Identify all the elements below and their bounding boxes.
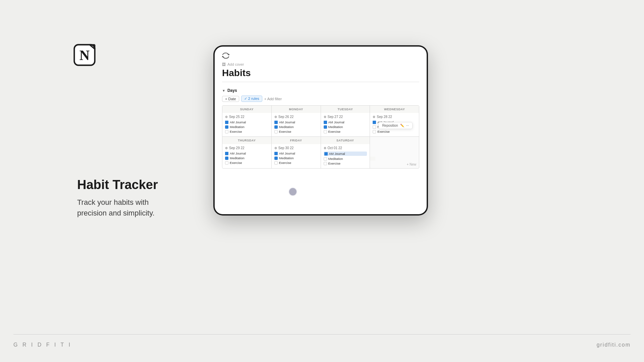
more-icon: ···	[406, 124, 409, 127]
journal-icon	[274, 152, 278, 155]
add-filter-button[interactable]: + Add filter	[264, 97, 282, 101]
check-icon-empty	[324, 162, 327, 165]
day-col-friday: FRIDAY ⚙ Sep 30 22 AM Journal	[272, 137, 321, 168]
add-cover-label[interactable]: Add cover	[227, 62, 244, 66]
gear-icon: ⚙	[373, 115, 375, 119]
device-frame: 🖼 Add cover Habits ▼ Days + Date ✓ 2 rul…	[213, 45, 428, 216]
habit-exercise-wed: Exercise	[373, 130, 416, 133]
gear-icon: ⚙	[324, 115, 326, 119]
cursor-indicator	[288, 187, 297, 196]
device-screen: 🖼 Add cover Habits ▼ Days + Date ✓ 2 rul…	[215, 47, 427, 214]
left-text-section: Habit Tracker Track your habits with pre…	[77, 178, 158, 218]
brand-right: gridfiti.com	[597, 342, 631, 348]
bottom-divider	[13, 334, 631, 335]
day-col-saturday: SATURDAY ⚙ Oct 01 22 AM Journal	[321, 137, 370, 168]
notion-logo: N	[73, 44, 96, 66]
check-icon-empty	[373, 130, 376, 133]
day-content-friday: ⚙ Sep 30 22 AM Journal Meditation	[272, 144, 321, 168]
plus-new-button[interactable]: + New	[370, 161, 419, 168]
habit-journal-sun: AM Journal	[225, 120, 269, 124]
gear-icon: ⚙	[274, 115, 277, 119]
svg-text:N: N	[79, 47, 90, 63]
check-icon-empty	[274, 161, 278, 165]
habit-exercise-mon: Exercise	[274, 130, 318, 133]
habit-exercise-thu: Exercise	[225, 161, 269, 165]
reposition-popup: Reposition ✏️ ···	[378, 122, 413, 129]
check-icon-empty	[274, 130, 278, 133]
calendar-grid: SUNDAY ⚙ Sep 25 22 AM Journal	[222, 105, 419, 169]
day-header-friday: FRIDAY	[272, 137, 321, 144]
journal-icon	[373, 121, 376, 124]
gear-icon: ⚙	[225, 115, 228, 119]
habit-exercise-fri: Exercise	[274, 161, 318, 165]
journal-icon	[324, 121, 327, 124]
gear-icon: ⚙	[324, 146, 326, 150]
habit-exercise-sun: Exercise	[225, 130, 269, 133]
day-header-wednesday: WEDNESDAY	[370, 106, 419, 113]
day-date-friday: ⚙ Sep 30 22	[274, 146, 318, 150]
habit-exercise-tue: Exercise	[324, 130, 367, 133]
gear-icon: ⚙	[225, 146, 228, 150]
image-icon: 🖼	[222, 62, 226, 66]
day-date-thursday: ⚙ Sep 29 22	[225, 146, 269, 150]
check-icon-blue	[225, 157, 228, 160]
check-icon-empty	[225, 130, 228, 133]
date-filter-button[interactable]: + Date	[222, 96, 239, 102]
check-icon-empty	[373, 125, 376, 129]
habit-meditation-sat: Meditation	[324, 157, 367, 161]
gear-icon: ⚙	[274, 146, 277, 150]
habit-journal-mon: AM Journal	[274, 120, 318, 124]
day-col-thursday: THURSDAY ⚙ Sep 29 22 AM Journal	[222, 137, 271, 168]
sync-icon	[222, 53, 419, 60]
habit-journal-fri: AM Journal	[274, 152, 318, 155]
habit-journal-sat: AM Journal	[324, 152, 367, 156]
filter-bar: + Date ✓ 2 rules + Add filter	[222, 96, 419, 102]
day-content-monday: ⚙ Sep 26 22 AM Journal Meditation	[272, 113, 321, 136]
day-header-sunday: SUNDAY	[222, 106, 271, 113]
day-col-new: + New	[370, 137, 419, 168]
reposition-label: Reposition	[382, 124, 398, 127]
header-divider	[222, 82, 419, 82]
journal-icon	[274, 121, 278, 124]
day-date-saturday: ⚙ Oct 01 22	[324, 146, 367, 150]
habit-exercise-sat: Exercise	[324, 162, 367, 165]
days-section-header: ▼ Days	[222, 88, 419, 93]
habit-meditation-fri: Meditation	[274, 156, 318, 160]
day-header-tuesday: TUESDAY	[321, 106, 370, 113]
day-header-thursday: THURSDAY	[222, 137, 271, 144]
journal-icon	[225, 152, 228, 155]
day-header-saturday: SATURDAY	[321, 137, 370, 144]
edit-icon: ✏️	[400, 124, 404, 127]
add-cover-row[interactable]: 🖼 Add cover	[222, 62, 419, 66]
brand-left: G R I D F I T I	[13, 342, 72, 348]
day-col-sunday: SUNDAY ⚙ Sep 25 22 AM Journal	[222, 106, 271, 136]
day-content-saturday: ⚙ Oct 01 22 AM Journal Meditation	[321, 144, 370, 168]
section-label: Days	[227, 88, 237, 93]
day-content-tuesday: ⚙ Sep 27 22 AM Journal Meditation	[321, 113, 370, 136]
day-col-monday: MONDAY ⚙ Sep 26 22 AM Journal	[272, 106, 321, 136]
rules-filter-button[interactable]: ✓ 2 rules	[241, 96, 262, 102]
check-icon-blue	[324, 125, 327, 129]
habit-tracker-title: Habit Tracker	[77, 178, 158, 192]
day-col-tuesday: TUESDAY ⚙ Sep 27 22 AM Journal	[321, 106, 370, 136]
journal-icon	[225, 121, 228, 124]
day-date-wednesday: ⚙ Sep 28 22	[373, 115, 416, 119]
check-icon-empty	[324, 130, 327, 133]
day-header-monday: MONDAY	[272, 106, 321, 113]
check-icon-empty	[225, 161, 228, 165]
day-header-new	[370, 157, 375, 161]
habit-journal-tue: AM Journal	[324, 120, 367, 124]
habit-meditation-thu: Meditation	[225, 156, 269, 160]
journal-icon	[324, 152, 328, 156]
notion-app: 🖼 Add cover Habits ▼ Days + Date ✓ 2 rul…	[215, 47, 427, 214]
habit-meditation-mon: Meditation	[274, 125, 318, 129]
check-icon-blue	[274, 157, 278, 160]
check-icon-empty	[324, 157, 327, 161]
page-title: Habits	[222, 68, 419, 78]
day-date-tuesday: ⚙ Sep 27 22	[324, 115, 367, 119]
day-date-monday: ⚙ Sep 26 22	[274, 115, 318, 119]
day-content-thursday: ⚙ Sep 29 22 AM Journal Meditation	[222, 144, 271, 168]
day-content-sunday: ⚙ Sep 25 22 AM Journal Meditation	[222, 113, 271, 136]
collapse-triangle[interactable]: ▼	[222, 89, 225, 93]
day-date-sunday: ⚙ Sep 25 22	[225, 115, 269, 119]
